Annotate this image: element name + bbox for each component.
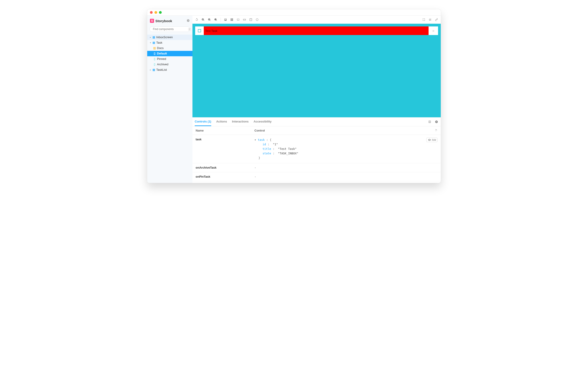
panel-close-button[interactable] bbox=[434, 120, 439, 124]
controls-header: Name Control bbox=[192, 126, 441, 135]
column-control-header: Control bbox=[254, 129, 434, 132]
sync-icon bbox=[195, 18, 198, 21]
measure-icon bbox=[249, 18, 252, 21]
control-name: onPinTask bbox=[196, 175, 254, 178]
sidebar-item-task-docs[interactable]: ▥ Docs bbox=[147, 45, 192, 51]
zoom-in-button[interactable] bbox=[201, 18, 205, 22]
undo-icon bbox=[434, 129, 438, 132]
control-name: task bbox=[196, 138, 254, 160]
chevron-down-icon: ▾ bbox=[149, 41, 151, 45]
control-row-task: task RAW ▾ task : { id : "1" title : "Te… bbox=[192, 135, 441, 163]
close-window-icon[interactable] bbox=[150, 11, 153, 14]
reset-controls-button[interactable] bbox=[434, 129, 438, 133]
sidebar: S Storybook / ▸ ▦ InboxScreen bbox=[147, 16, 192, 183]
main-panel: Test Task ★ Controls (1) Actions Interac… bbox=[192, 16, 441, 183]
remount-button[interactable] bbox=[195, 18, 199, 22]
app-window: S Storybook / ▸ ▦ InboxScreen bbox=[147, 9, 441, 183]
addons-panel: Controls (1) Actions Interactions Access… bbox=[192, 117, 441, 183]
document-icon: ▥ bbox=[153, 46, 156, 50]
control-name: onArchiveTask bbox=[196, 166, 254, 169]
story-icon: ▯ bbox=[153, 57, 156, 61]
control-row-onarchivetask: onArchiveTask - bbox=[192, 163, 441, 172]
grid-icon bbox=[230, 18, 233, 21]
task-checkbox-area[interactable] bbox=[195, 26, 204, 35]
panel-icon bbox=[428, 120, 431, 124]
minimize-window-icon[interactable] bbox=[155, 11, 157, 14]
search-input-wrapper[interactable]: / bbox=[149, 26, 190, 32]
tab-controls[interactable]: Controls (1) bbox=[195, 117, 211, 126]
sidebar-item-inboxscreen[interactable]: ▸ ▦ InboxScreen bbox=[147, 35, 192, 40]
link-icon bbox=[435, 18, 438, 21]
sidebar-item-tasklist[interactable]: ▸ ▦ TaskList bbox=[147, 67, 192, 72]
tree-label: InboxScreen bbox=[156, 35, 173, 39]
canvas-toolbar bbox=[192, 16, 441, 24]
chevron-right-icon: ▸ bbox=[149, 35, 151, 39]
component-icon: ▦ bbox=[152, 35, 155, 39]
tree-label: Docs bbox=[157, 46, 164, 50]
sidebar-tree: ▸ ▦ InboxScreen ▾ ▦ Task ▥ Docs ▯ Defaul… bbox=[147, 35, 192, 72]
canvas-preview: Test Task ★ bbox=[192, 24, 441, 117]
viewport-icon bbox=[237, 18, 240, 21]
storybook-logo: S Storybook bbox=[150, 19, 172, 23]
tree-label: Archived bbox=[157, 62, 168, 66]
open-in-new-icon bbox=[429, 18, 432, 21]
eye-icon bbox=[428, 138, 431, 142]
fullscreen-icon bbox=[422, 18, 425, 21]
copy-link-button[interactable] bbox=[434, 18, 439, 22]
viewport-large-button[interactable] bbox=[242, 18, 247, 22]
settings-button[interactable] bbox=[187, 19, 190, 23]
gear-icon bbox=[187, 19, 190, 22]
zoom-out-icon bbox=[208, 18, 211, 21]
control-value: - bbox=[254, 175, 438, 178]
toolbar-separator bbox=[220, 18, 221, 22]
measure-button[interactable] bbox=[249, 18, 253, 22]
grid-button[interactable] bbox=[230, 18, 234, 22]
storybook-logo-text: Storybook bbox=[155, 19, 172, 23]
viewport-wide-icon bbox=[243, 18, 246, 21]
close-circle-icon bbox=[435, 120, 438, 124]
control-row-onpintask: onPinTask - bbox=[192, 172, 441, 181]
tree-label: TaskList bbox=[156, 68, 167, 72]
storybook-logo-mark-icon: S bbox=[150, 19, 154, 23]
task-pin-button[interactable]: ★ bbox=[429, 26, 438, 35]
fullscreen-button[interactable] bbox=[422, 18, 426, 22]
window-titlebar bbox=[147, 9, 441, 16]
tab-interactions[interactable]: Interactions bbox=[232, 117, 249, 126]
task-component: Test Task ★ bbox=[195, 26, 438, 35]
sidebar-item-task[interactable]: ▾ ▦ Task bbox=[147, 40, 192, 45]
open-in-new-button[interactable] bbox=[428, 18, 432, 22]
tree-label: Task bbox=[156, 41, 162, 45]
viewport-small-button[interactable] bbox=[236, 18, 240, 22]
tree-label: Pinned bbox=[157, 57, 166, 61]
zoom-out-button[interactable] bbox=[207, 18, 211, 22]
star-icon: ★ bbox=[432, 29, 435, 33]
zoom-reset-button[interactable] bbox=[214, 18, 218, 22]
background-button[interactable] bbox=[223, 18, 228, 22]
search-shortcut-badge: / bbox=[188, 28, 191, 31]
tab-accessibility[interactable]: Accessibility bbox=[253, 117, 272, 126]
task-title: Test Task bbox=[204, 26, 429, 35]
story-icon: ▯ bbox=[153, 62, 156, 66]
raw-toggle-button[interactable]: RAW bbox=[426, 138, 438, 142]
outline-icon bbox=[256, 18, 259, 21]
maximize-window-icon[interactable] bbox=[159, 11, 162, 14]
component-icon: ▦ bbox=[152, 41, 155, 45]
sidebar-item-task-default[interactable]: ▯ Default bbox=[147, 51, 192, 56]
sidebar-item-task-archived[interactable]: ▯ Archived bbox=[147, 62, 192, 67]
checkbox-icon bbox=[198, 29, 201, 32]
zoom-in-icon bbox=[201, 18, 205, 21]
zoom-reset-icon bbox=[214, 18, 217, 21]
control-value: - bbox=[254, 166, 438, 169]
outline-button[interactable] bbox=[255, 18, 259, 22]
tab-actions[interactable]: Actions bbox=[216, 117, 227, 126]
chevron-right-icon: ▸ bbox=[149, 68, 151, 72]
svg-point-0 bbox=[256, 19, 258, 21]
control-value-object[interactable]: RAW ▾ task : { id : "1" title : "Test Ta… bbox=[254, 138, 438, 160]
tree-label: Default bbox=[157, 52, 167, 56]
column-name-header: Name bbox=[196, 129, 254, 132]
search-input[interactable] bbox=[153, 28, 187, 31]
story-icon: ▯ bbox=[153, 52, 156, 56]
sidebar-item-task-pinned[interactable]: ▯ Pinned bbox=[147, 56, 192, 62]
panel-orientation-button[interactable] bbox=[428, 120, 432, 124]
image-icon bbox=[224, 18, 227, 21]
